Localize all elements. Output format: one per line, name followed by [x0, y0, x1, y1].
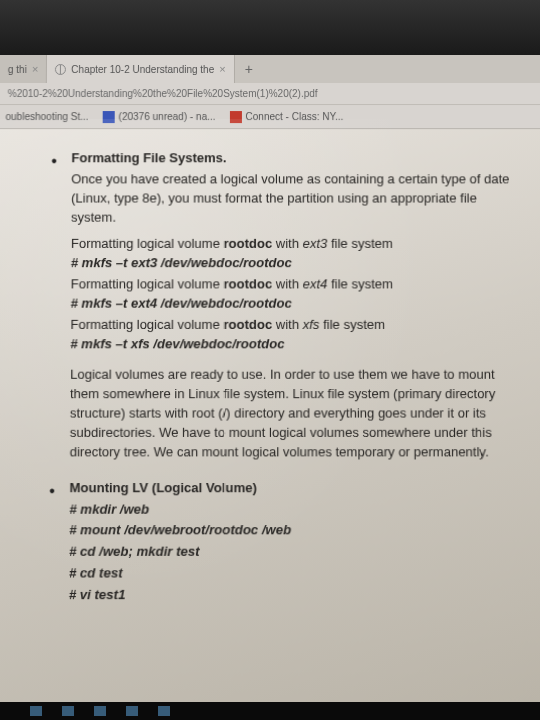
bookmark-label: Connect - Class: NY...: [246, 111, 344, 122]
connect-icon: [229, 111, 241, 123]
bookmark-label: oubleshooting St...: [5, 111, 88, 122]
bookmark-connect[interactable]: Connect - Class: NY...: [229, 111, 343, 123]
command-cd-test: # cd test: [69, 564, 514, 583]
tab-label: Chapter 10-2 Understanding the: [71, 63, 214, 74]
windows-taskbar[interactable]: [0, 702, 540, 720]
close-icon[interactable]: ×: [32, 63, 39, 75]
command-cd-mkdir: # cd /web; mkdir test: [69, 543, 513, 562]
photo-frame: g thi × Chapter 10-2 Understanding the ×…: [0, 0, 540, 720]
monitor-bezel: [0, 0, 540, 55]
tab-previous[interactable]: g thi ×: [0, 55, 47, 83]
taskbar-icon[interactable]: [158, 706, 170, 716]
url-text: %2010-2%20Understanding%20the%20File%20S…: [8, 88, 318, 99]
list-item: Formatting File Systems. Once you have c…: [47, 149, 512, 462]
taskbar-icon[interactable]: [94, 706, 106, 716]
intro-paragraph: Once you have created a logical volume a…: [71, 170, 511, 227]
tab-active[interactable]: Chapter 10-2 Understanding the ×: [47, 55, 234, 83]
format-line-ext4: Formatting logical volume rootdoc with e…: [71, 275, 512, 294]
command-mkfs-ext4: # mkfs –t ext4 /dev/webdoc/rootdoc: [71, 294, 512, 313]
browser-window: g thi × Chapter 10-2 Understanding the ×…: [0, 55, 540, 720]
section-heading: Formatting File Systems.: [71, 149, 510, 168]
url-bar[interactable]: %2010-2%20Understanding%20the%20File%20S…: [0, 83, 540, 105]
format-line-xfs: Formatting logical volume rootdoc with x…: [70, 316, 512, 335]
command-mkdir: # mkdir /web: [69, 500, 513, 519]
tab-bar: g thi × Chapter 10-2 Understanding the ×…: [0, 55, 540, 83]
bookmark-label: (20376 unread) - na...: [119, 111, 216, 122]
taskbar-icon[interactable]: [62, 706, 74, 716]
globe-icon: [55, 63, 66, 74]
mount-explanation: Logical volumes are ready to use. In ord…: [70, 366, 513, 462]
bookmarks-bar: oubleshooting St... (20376 unread) - na.…: [0, 105, 540, 129]
list-item: Mounting LV (Logical Volume) # mkdir /we…: [46, 479, 513, 605]
tab-label: g thi: [8, 63, 27, 74]
command-vi: # vi test1: [69, 586, 514, 605]
taskbar-icon[interactable]: [30, 706, 42, 716]
close-icon[interactable]: ×: [219, 63, 225, 75]
new-tab-button[interactable]: +: [235, 61, 263, 77]
command-mount: # mount /dev/webroot/rootdoc /web: [69, 521, 513, 540]
section-heading: Mounting LV (Logical Volume): [69, 479, 513, 498]
command-mkfs-ext3: # mkfs –t ext3 /dev/webdoc/rootdoc: [71, 254, 512, 273]
bookmark-mail[interactable]: (20376 unread) - na...: [103, 111, 216, 123]
taskbar-icon[interactable]: [126, 706, 138, 716]
command-mkfs-xfs: # mkfs –t xfs /dev/webdoc/rootdoc: [70, 335, 512, 354]
mail-icon: [103, 111, 115, 123]
format-line-ext3: Formatting logical volume rootdoc with e…: [71, 235, 512, 254]
bookmark-troubleshooting[interactable]: oubleshooting St...: [5, 111, 88, 122]
pdf-content: Formatting File Systems. Once you have c…: [0, 129, 540, 720]
